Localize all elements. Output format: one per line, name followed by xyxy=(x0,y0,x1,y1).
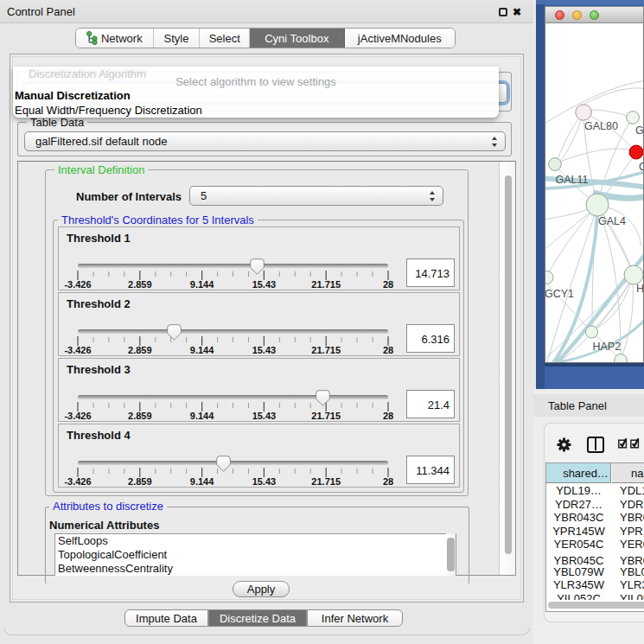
svg-text:HAP2: HAP2 xyxy=(593,341,622,353)
svg-text:GAL4: GAL4 xyxy=(598,215,626,227)
svg-text:GAL11: GAL11 xyxy=(556,174,589,186)
svg-text:H: H xyxy=(636,283,643,295)
svg-text:GA: GA xyxy=(635,124,643,137)
svg-text:GAL80: GAL80 xyxy=(584,120,618,132)
svg-text:C: C xyxy=(639,161,643,173)
svg-text:GCY1: GCY1 xyxy=(545,288,574,300)
